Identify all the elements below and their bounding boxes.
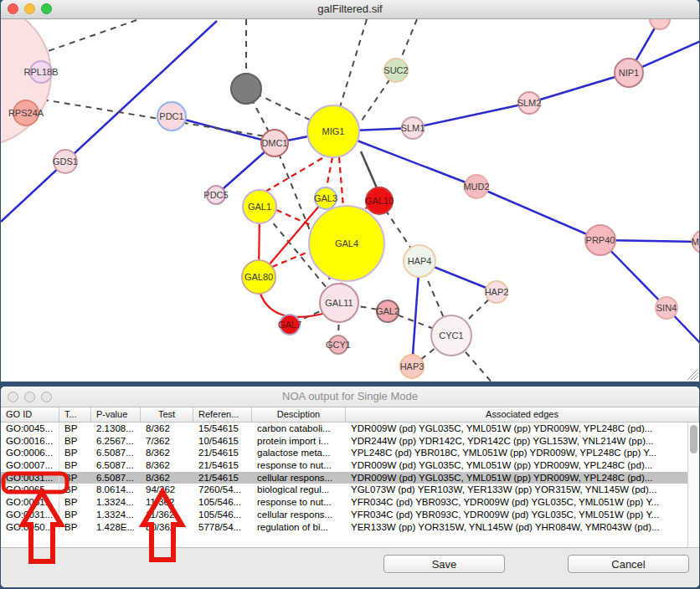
table-cell: 11/362 xyxy=(141,496,193,509)
table-cell: cellular respons... xyxy=(252,509,346,521)
table-cell: BP xyxy=(59,484,91,496)
node-label: GAL2 xyxy=(376,306,399,316)
table-row[interactable]: GO:0016...BP6.2567...7/36210/54615protei… xyxy=(1,435,687,448)
graph-edge-red_dash[interactable] xyxy=(327,157,332,187)
column-header-1[interactable]: T... xyxy=(59,407,91,422)
desktop: { "graph_window": { "title": "galFiltere… xyxy=(0,0,700,589)
table-cell: GO:0045... xyxy=(1,423,59,435)
table-cell: YDR244W (pp) YDR142C, YDR142C (pp) YGL15… xyxy=(346,435,687,448)
node-label: DMC1 xyxy=(261,138,287,148)
node-label: SIN4 xyxy=(656,303,677,313)
node-label: CYC1 xyxy=(439,330,463,341)
graph-edge-red_dash[interactable] xyxy=(339,157,343,207)
network-canvas[interactable]: RPL18BRPS24AGDS1PDC1DMC1MIG1SUC2SLM1SLM2… xyxy=(1,19,699,382)
node-label: GAL11 xyxy=(325,298,353,308)
column-header-4[interactable]: Referen... xyxy=(193,407,252,422)
table-cell: 8/362 xyxy=(141,423,193,435)
minimize-icon[interactable] xyxy=(24,3,35,14)
table-row[interactable]: GO:0031...BP1.3324...11/362105/546...cel… xyxy=(1,509,687,521)
node-label: HAP4 xyxy=(408,256,432,266)
node-label: GDS1 xyxy=(53,156,78,166)
noa-output-window: NOA output for Single Mode GO IDT...P-va… xyxy=(1,387,699,587)
node-label: GAL4 xyxy=(335,238,358,248)
table-cell: response to nut... xyxy=(252,459,346,472)
table-row[interactable]: GO:0007...BP6.5087...8/36221/54615respon… xyxy=(1,459,687,472)
table-cell: BP xyxy=(59,423,91,435)
node-top-right[interactable] xyxy=(650,19,670,29)
graph-window-titlebar[interactable]: galFiltered.sif xyxy=(1,0,699,19)
save-button[interactable]: Save xyxy=(383,555,505,573)
node-label: PDC5 xyxy=(203,190,228,200)
close-icon[interactable] xyxy=(8,392,18,402)
graph-edge-blue[interactable] xyxy=(172,116,275,143)
table-cell: 6.2567... xyxy=(91,435,141,448)
table-row[interactable]: GO:0045...BP2.1308...8/36215/54615carbon… xyxy=(1,423,687,435)
table-cell: 6.5087... xyxy=(91,472,141,484)
node-label: RPL18B xyxy=(24,67,59,77)
table-cell: BP xyxy=(59,509,91,521)
noa-window-titlebar[interactable]: NOA output for Single Mode xyxy=(1,387,699,407)
column-header-6[interactable]: Associated edges xyxy=(346,407,699,422)
table-cell: YFR034C (pd) YBR093C, YDR009W (pd) YGL03… xyxy=(346,496,687,509)
column-header-3[interactable]: Test xyxy=(141,407,193,422)
table-cell: 21/54615 xyxy=(193,459,252,472)
column-header-2[interactable]: P-value xyxy=(91,407,141,422)
zoom-icon[interactable] xyxy=(41,392,52,402)
minimize-icon[interactable] xyxy=(24,392,35,402)
table-cell: 1.3324... xyxy=(91,509,141,521)
graph-edge-gray[interactable] xyxy=(39,19,139,54)
table-cell: 1.428E... xyxy=(91,521,141,534)
scrollbar-thumb[interactable] xyxy=(690,425,697,453)
table-cell: response to nut... xyxy=(252,496,346,509)
node-label: GAL80 xyxy=(244,272,273,282)
table-cell: protein import i... xyxy=(252,435,346,448)
table-cell: 21/54615 xyxy=(193,472,252,484)
table-cell: 21/54615 xyxy=(193,447,252,459)
table-row[interactable]: GO:0031...BP6.5087...8/36221/54615cellul… xyxy=(1,472,687,484)
graph-edge-blue[interactable] xyxy=(413,103,529,128)
resize-grip[interactable] xyxy=(687,369,698,380)
column-header-0[interactable]: GO ID xyxy=(1,407,59,422)
node-unnamed-gray[interactable] xyxy=(231,74,261,104)
graph-edge-red_dash[interactable] xyxy=(272,250,312,267)
table-cell: BP xyxy=(59,447,91,459)
graph-window: galFiltered.sif RPL18BRPS24AGDS1PDC1DMC1… xyxy=(1,0,699,382)
table-cell: YDR009W (pd) YGL035C, YML051W (pp) YDR00… xyxy=(346,423,687,435)
zoom-icon[interactable] xyxy=(41,3,52,14)
table-cell: 10/54615 xyxy=(193,435,252,448)
cancel-button[interactable]: Cancel xyxy=(568,555,689,573)
column-header-5[interactable]: Desciption xyxy=(252,407,346,422)
table-cell: carbon cataboli... xyxy=(252,423,346,435)
table-cell: 11/362 xyxy=(141,509,193,521)
graph-edge-red_dash[interactable] xyxy=(265,158,322,192)
table-cell: BP xyxy=(59,459,91,472)
table-cell: 105/546... xyxy=(193,496,252,509)
table-row[interactable]: GO:0006...BP6.5087...8/36221/54615galact… xyxy=(1,447,687,459)
table-cell: 80/362 xyxy=(141,521,193,534)
table-cell: 94/362 xyxy=(141,484,193,496)
table-row[interactable]: GO:0050...BP1.428E...80/3625778/54...reg… xyxy=(1,521,687,534)
table-cell: YER133W (pp) YOR315W, YNL145W (pd) YHR08… xyxy=(346,521,687,534)
graph-edge-gray[interactable] xyxy=(340,19,367,107)
table-cell: 6.5087... xyxy=(91,447,141,459)
node-label: HAP3 xyxy=(400,361,425,371)
table-cell: 1.3324... xyxy=(91,496,141,509)
table-row[interactable]: GO:0065...BP8.0614...94/3627260/54...bio… xyxy=(1,484,687,496)
table-cell: YFR034C (pd) YBR093C, YDR009W (pd) YGL03… xyxy=(346,509,687,521)
graph-edge-blue[interactable] xyxy=(476,187,600,240)
table-cell: GO:0050... xyxy=(1,521,59,534)
table-cell: 8/362 xyxy=(141,472,193,484)
table-cell: BP xyxy=(59,435,91,448)
graph-edge-gray_solid[interactable] xyxy=(361,151,378,190)
node-label: SUC2 xyxy=(383,65,408,75)
graph-edge-blue[interactable] xyxy=(529,73,629,103)
table-cell: BP xyxy=(59,472,91,484)
table-row[interactable]: GO:0031...BP1.3324...11/362105/546...res… xyxy=(1,496,687,509)
vertical-scrollbar[interactable] xyxy=(687,423,699,547)
node-label: GCY1 xyxy=(326,340,351,350)
table-cell: galactose meta... xyxy=(252,447,346,459)
close-icon[interactable] xyxy=(8,3,18,14)
table-cell: BP xyxy=(59,496,91,509)
node-label: MUD2 xyxy=(463,182,489,192)
table-cell: 15/54615 xyxy=(193,423,252,435)
